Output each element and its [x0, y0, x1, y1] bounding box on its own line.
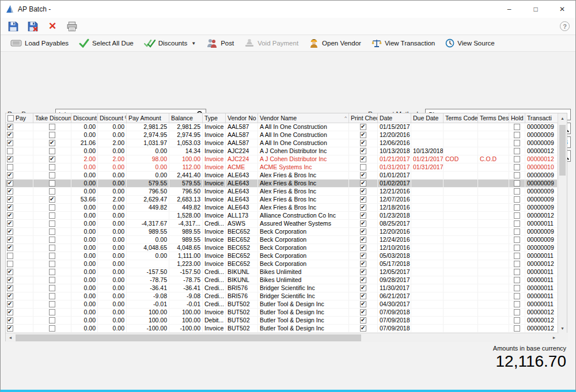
scroll-down-icon[interactable]: ▼ — [558, 324, 567, 333]
cell-hold[interactable] — [509, 300, 525, 308]
take-checkbox[interactable] — [49, 180, 55, 187]
hold-checkbox[interactable] — [514, 245, 520, 251]
maximize-button[interactable]: □ — [522, 1, 549, 18]
column-header-balance[interactable]: Balance — [169, 113, 203, 123]
pay-checkbox[interactable] — [7, 245, 13, 251]
view-source-button[interactable]: View Source — [440, 36, 499, 51]
cell-pc[interactable] — [349, 325, 378, 332]
grid-row[interactable]: 0.000.00100.00100.00InvoiceBUT502Butler … — [6, 309, 567, 317]
grid-row[interactable]: 0.000.00-100.00-100.00InvoiceBUT502Butle… — [6, 325, 567, 333]
cell-pc[interactable] — [349, 196, 378, 203]
pay-checkbox[interactable] — [7, 261, 13, 267]
grid-row[interactable]: 0.000.001,528.00InvoiceALL173Alliance Co… — [6, 212, 567, 220]
cell-pc[interactable] — [349, 220, 378, 227]
grid-row[interactable]: 0.000.000.001,111.00InvoiceBEC652Beck Co… — [6, 252, 567, 260]
cell-take[interactable] — [33, 309, 71, 316]
pc-checkbox[interactable] — [360, 172, 366, 178]
cell-pc[interactable] — [349, 300, 378, 308]
pc-checkbox[interactable] — [360, 285, 366, 291]
pc-checkbox[interactable] — [360, 301, 366, 307]
pc-checkbox[interactable] — [360, 261, 366, 267]
cell-pay[interactable] — [6, 212, 33, 219]
grid-row[interactable]: 0.000.00989.55989.55InvoiceBEC652Beck Co… — [6, 228, 567, 236]
cell-pc[interactable] — [349, 292, 378, 300]
save-button[interactable] — [6, 20, 20, 33]
cell-pay[interactable] — [6, 147, 33, 155]
cell-pc[interactable] — [349, 131, 378, 139]
cell-take[interactable] — [33, 155, 71, 163]
cell-take[interactable] — [33, 196, 71, 203]
close-button[interactable]: ✕ — [549, 1, 575, 18]
cell-hold[interactable] — [509, 139, 525, 147]
cell-hold[interactable] — [509, 325, 525, 332]
cell-pay[interactable] — [6, 284, 33, 292]
cell-pay[interactable] — [6, 276, 33, 284]
take-checkbox[interactable] — [49, 156, 55, 162]
hold-checkbox[interactable] — [514, 188, 520, 195]
cell-pay[interactable] — [6, 196, 33, 203]
cell-hold[interactable] — [509, 268, 525, 276]
column-header-discount-pct[interactable]: Discount % — [98, 113, 127, 123]
take-checkbox[interactable] — [49, 172, 55, 178]
horizontal-scrollbar[interactable]: ◄ ► — [6, 333, 559, 342]
grid-row[interactable]: 53.662.002,629.472,683.13InvoiceALE643Al… — [6, 196, 567, 204]
take-checkbox[interactable] — [49, 285, 55, 291]
cell-hold[interactable] — [509, 147, 525, 155]
cell-hold[interactable] — [509, 236, 525, 243]
cell-pc[interactable] — [349, 188, 378, 195]
cell-hold[interactable] — [509, 196, 525, 203]
cell-pay[interactable] — [6, 123, 33, 131]
grid-row[interactable]: 0.000.001,223.00InvoiceBEC652Beck Corpor… — [6, 260, 567, 268]
pay-checkbox[interactable] — [7, 164, 13, 170]
cell-hold[interactable] — [509, 260, 525, 268]
cell-pay[interactable] — [6, 220, 33, 227]
pay-checkbox[interactable] — [7, 317, 13, 324]
hold-checkbox[interactable] — [514, 229, 520, 235]
pc-checkbox[interactable] — [360, 212, 366, 219]
pay-checkbox[interactable] — [7, 188, 13, 195]
pay-checkbox[interactable] — [7, 325, 13, 332]
cell-hold[interactable] — [509, 131, 525, 139]
pay-checkbox[interactable] — [7, 124, 13, 130]
column-header-type[interactable]: Type — [203, 113, 226, 123]
grid-row[interactable]: 0.000.00-4,317.67-4,317...Credi...ASWSAs… — [6, 220, 567, 228]
cell-hold[interactable] — [509, 172, 525, 179]
pay-checkbox[interactable] — [7, 269, 13, 275]
grid-row[interactable]: 0.000.00579.55579.55InvoiceALE643Alex Fr… — [6, 180, 567, 188]
hold-checkbox[interactable] — [514, 237, 520, 243]
pc-checkbox[interactable] — [360, 325, 366, 332]
cell-pc[interactable] — [349, 212, 378, 219]
hold-checkbox[interactable] — [514, 140, 520, 146]
hold-checkbox[interactable] — [514, 172, 520, 178]
pc-checkbox[interactable] — [360, 293, 366, 299]
pc-checkbox[interactable] — [360, 253, 366, 259]
cell-take[interactable] — [33, 188, 71, 195]
take-checkbox[interactable] — [49, 164, 55, 170]
take-checkbox[interactable] — [49, 237, 55, 243]
cell-pc[interactable] — [349, 123, 378, 131]
grid-row[interactable]: 0.000.00-78.75-78.75Credi...BIKUNLBikes … — [6, 276, 567, 284]
grid-row[interactable]: 0.000.00449.82449.82InvoiceALE643Alex Fr… — [6, 204, 567, 212]
cell-hold[interactable] — [509, 212, 525, 219]
column-header-take-discount[interactable]: Take Discount — [33, 113, 71, 123]
cell-pc[interactable] — [349, 260, 378, 268]
take-checkbox[interactable] — [49, 204, 55, 211]
pc-checkbox[interactable] — [360, 229, 366, 235]
pc-checkbox[interactable] — [360, 220, 366, 227]
pc-checkbox[interactable] — [360, 196, 366, 203]
pay-checkbox[interactable] — [7, 277, 13, 283]
column-header-date[interactable]: Date — [378, 113, 411, 123]
grid-row[interactable]: 0.000.002,974.952,974.95InvoiceAAL587A A… — [6, 131, 567, 139]
cell-hold[interactable] — [509, 155, 525, 163]
pay-checkbox[interactable] — [7, 309, 13, 315]
grid-row[interactable]: 2.002.0098.00100.00InvoiceAJC224A J Cohe… — [6, 155, 567, 163]
cell-hold[interactable] — [509, 123, 525, 131]
hold-checkbox[interactable] — [514, 196, 520, 203]
column-header-discount[interactable]: Discount — [71, 113, 98, 123]
cell-pc[interactable] — [349, 139, 378, 147]
column-header-terms-desc[interactable]: Terms Desc — [478, 113, 509, 123]
hold-checkbox[interactable] — [514, 301, 520, 307]
pay-checkbox[interactable] — [7, 180, 13, 187]
cell-hold[interactable] — [509, 292, 525, 300]
cell-pc[interactable] — [349, 252, 378, 260]
